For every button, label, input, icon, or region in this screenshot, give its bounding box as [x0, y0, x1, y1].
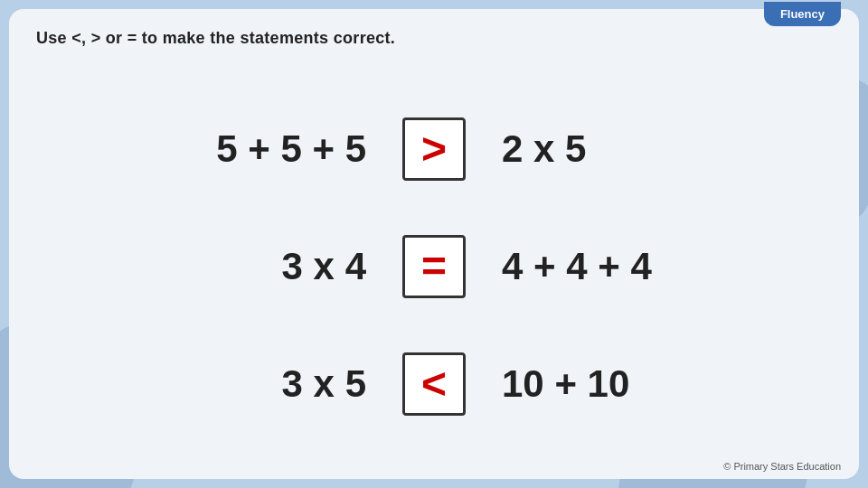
left-expression-3: 3 x 5: [185, 362, 366, 406]
equation-row-1: 5 + 5 + 5 > 2 x 5: [63, 117, 805, 181]
equation-row-3: 3 x 5 < 10 + 10: [63, 352, 805, 416]
copyright-text: © Primary Stars Education: [723, 461, 841, 472]
main-content-area: Fluency Use <, > or = to make the statem…: [9, 9, 859, 479]
right-expression-2: 4 + 4 + 4: [502, 245, 683, 288]
left-expression-1: 5 + 5 + 5: [185, 127, 366, 171]
symbol-box-1: >: [402, 117, 466, 181]
instructions-text: Use <, > or = to make the statements cor…: [36, 29, 395, 48]
left-expression-2: 3 x 4: [185, 245, 366, 288]
equation-row-2: 3 x 4 = 4 + 4 + 4: [63, 235, 805, 298]
symbol-box-2: =: [402, 235, 466, 298]
symbol-1: >: [421, 127, 447, 171]
symbol-3: <: [421, 362, 447, 406]
symbol-box-3: <: [402, 352, 466, 416]
right-expression-1: 2 x 5: [502, 127, 683, 171]
fluency-badge: Fluency: [764, 2, 841, 26]
equations-container: 5 + 5 + 5 > 2 x 5 3 x 4 = 4 + 4 + 4 3 x …: [9, 81, 859, 452]
symbol-2: =: [421, 245, 447, 288]
right-expression-3: 10 + 10: [502, 362, 683, 406]
fluency-label: Fluency: [780, 7, 825, 21]
